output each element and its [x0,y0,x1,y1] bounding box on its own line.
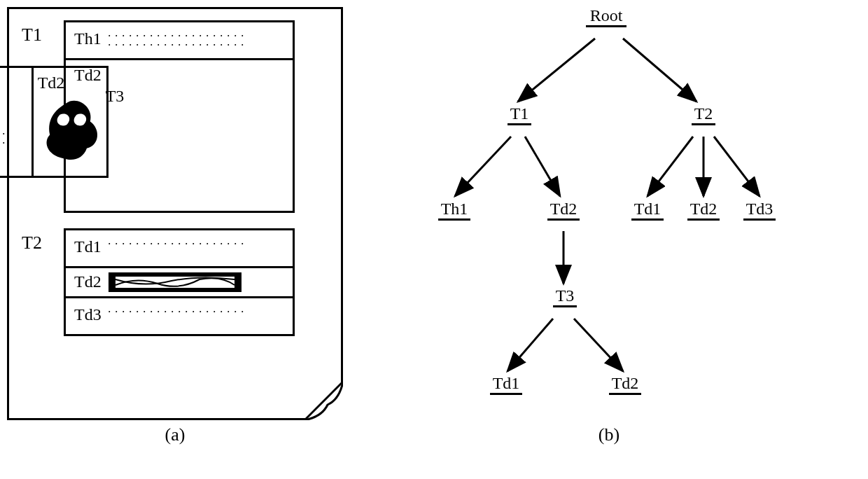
t3-td2: Td2 [31,68,106,176]
cell-th1: Th1 . . . . . . . . . . . . . . . . . . … [66,22,293,60]
node-td2-a: Td2 [547,200,580,221]
node-t2-label: T2 [692,105,715,122]
t2-td2: Td2 [66,268,293,298]
node-t1-label: T1 [507,105,531,122]
svg-line-11 [714,137,760,196]
node-td2c-label: Td2 [609,375,641,391]
image-blob-icon [36,95,104,162]
dots-icon: . . . . . . . . . . . . . . . . . . . . [108,305,245,314]
svg-line-5 [518,39,595,102]
table-t2-row: T2 Td1 . . . . . . . . . . . . . . . . .… [22,228,328,336]
t3-td2-label: Td2 [38,74,102,92]
node-t3-label: T3 [553,287,577,304]
svg-line-8 [525,137,560,196]
node-td2-b: Td2 [687,200,720,221]
cell-td2-outer: Td2 T3 Td1 . . . . . . . . . . . . . . T… [66,60,293,211]
banner-image-icon [108,272,241,292]
table-t3: Td1 . . . . . . . . . . . . . . Td2 [0,66,108,178]
node-td1c-label: Td1 [490,375,522,391]
node-th1: Th1 [438,200,470,221]
dots-icon: . . . . . . . . . . . . . . . . . . . . [108,237,245,247]
page-curl-icon [304,382,343,420]
t2-label: T2 [22,232,64,254]
tree-diagram: Root T1 T2 Th1 Td2 Td1 [413,7,805,420]
t3-label: T3 [106,87,125,106]
dots-icon: . . . . . . . . . . . . . . [0,127,27,146]
caption-a: (a) [7,424,343,445]
svg-line-14 [574,319,623,371]
node-td1-b: Td1 [631,200,664,221]
node-td3b-label: Td3 [743,200,776,217]
th1-label: Th1 [74,29,102,48]
table-t2: Td1 . . . . . . . . . . . . . . . . . . … [64,228,295,336]
node-td2b-label: Td2 [687,200,720,217]
svg-line-7 [455,137,511,196]
panel-b: Root T1 T2 Th1 Td2 Td1 [413,7,805,445]
t2-td1: Td1 . . . . . . . . . . . . . . . . . . … [66,230,293,268]
node-td1-c: Td1 [490,375,522,395]
svg-line-13 [507,319,553,371]
t2-td3: Td3 . . . . . . . . . . . . . . . . . . … [66,298,293,334]
svg-line-6 [623,39,696,102]
svg-line-9 [648,137,693,196]
caption-b: (b) [413,424,805,445]
t2-td3-label: Td3 [74,305,102,324]
node-t3: T3 [553,287,577,307]
svg-rect-2 [108,272,115,292]
node-td3-b: Td3 [743,200,776,221]
node-root-label: Root [586,7,626,24]
dots-icon: . . . . . . . . . . . . . . . . . . . . … [108,29,245,48]
node-td2a-label: Td2 [547,200,580,217]
t3-td1-label: Td1 [0,74,27,92]
table-t1: Th1 . . . . . . . . . . . . . . . . . . … [64,20,295,213]
t1-label: T1 [22,25,64,46]
node-t2: T2 [692,105,715,125]
node-td1b-label: Td1 [631,200,664,217]
node-t1: T1 [507,105,531,125]
panel-a: T1 Th1 . . . . . . . . . . . . . . . . .… [7,7,343,445]
t3-td1: Td1 . . . . . . . . . . . . . . [0,68,31,176]
t2-td2-label: Td2 [74,272,102,291]
table-t1-row: T1 Th1 . . . . . . . . . . . . . . . . .… [22,20,328,213]
node-th1-label: Th1 [438,200,470,217]
svg-rect-3 [234,272,241,292]
node-td2-c: Td2 [609,375,641,395]
node-root: Root [586,7,626,27]
page-outline: T1 Th1 . . . . . . . . . . . . . . . . .… [7,7,343,420]
t2-td1-label: Td1 [74,237,102,256]
